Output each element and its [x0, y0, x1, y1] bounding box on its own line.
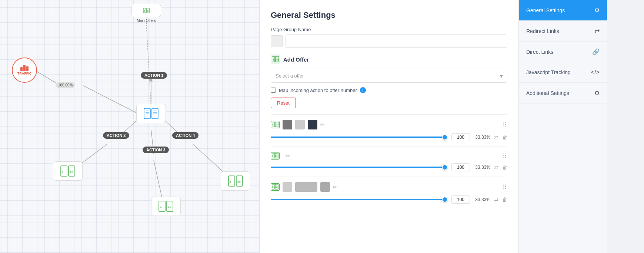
select-offer-dropdown[interactable]: Select a offer: [271, 69, 507, 83]
offer-2-drag[interactable]: ⠿: [503, 152, 507, 160]
svg-text:$: $: [272, 186, 273, 188]
offer-3-icon: $ $$: [271, 183, 280, 191]
code-icon: </>: [591, 69, 600, 76]
offer-1-edit[interactable]: ✏: [320, 122, 325, 128]
sidebar-item-direct-links[interactable]: Direct Links 🔗: [519, 42, 607, 62]
panel-title: General Settings: [271, 10, 507, 20]
map-incoming-label: Map incoming action to offer number: [279, 88, 357, 93]
add-offer-icon: $ $$: [271, 55, 280, 64]
svg-rect-14: [144, 108, 150, 119]
sidebar-item-general-settings[interactable]: General Settings ⚙: [519, 0, 607, 21]
offer-1-slider[interactable]: [271, 137, 448, 138]
svg-line-1: [83, 86, 141, 115]
offer-1-drag[interactable]: ⠿: [503, 121, 507, 128]
offer-1-delete[interactable]: 🗑: [502, 134, 507, 140]
traffic-node[interactable]: TRAFFIC: [12, 58, 37, 83]
svg-text:$$: $$: [276, 124, 278, 126]
offer-1-percent: 33.33%: [474, 135, 490, 140]
svg-text:$: $: [230, 180, 231, 183]
sidebar-additional-settings-label: Additional Settings: [526, 90, 569, 96]
offer-1-color-1: [283, 120, 292, 129]
sidebar-item-redirect-links[interactable]: Redirect Links ⇄: [519, 21, 607, 42]
offer-3-edit[interactable]: ✏: [333, 184, 337, 190]
page-group-node[interactable]: [136, 104, 166, 123]
add-offer-title: Add Offer: [283, 56, 309, 63]
offer-1-color-3: [308, 120, 317, 129]
sidebar-direct-links-label: Direct Links: [526, 49, 553, 55]
offer-2-slider[interactable]: [271, 167, 448, 168]
action3-badge: ACTION 3: [143, 147, 169, 153]
action3-node[interactable]: ACTION 3: [143, 147, 169, 153]
offer-3-delete[interactable]: 🗑: [502, 197, 507, 203]
offer-1-value: 100: [451, 133, 470, 141]
svg-text:$$: $$: [237, 180, 241, 183]
offer-row-2: $ $$ ✏ ⠿ 100 33.33% ⇄ 🗑: [271, 147, 507, 177]
action4-node[interactable]: ACTION 4: [172, 132, 198, 139]
offer-node-right[interactable]: $ $$: [221, 171, 250, 191]
offer-3-value: 100: [451, 196, 470, 204]
offer-2-edit[interactable]: ✏: [286, 153, 290, 159]
offer-3-color-bar: [295, 182, 317, 192]
svg-text:$: $: [144, 9, 146, 12]
svg-text:$: $: [273, 58, 274, 61]
offer-2-value: 100: [451, 163, 470, 171]
redirect-icon: ⇄: [595, 27, 600, 34]
offer-2-percent: 33.33%: [474, 165, 490, 170]
percent-badge: 100.00%: [56, 82, 75, 88]
offer-3-drag[interactable]: ⠿: [503, 184, 507, 191]
offer-node-left[interactable]: $ $$ ...: [53, 161, 83, 185]
map-incoming-info[interactable]: i: [360, 87, 366, 93]
action1-node[interactable]: ACTION 1: [141, 72, 167, 79]
map-incoming-checkbox[interactable]: [271, 88, 276, 93]
settings-panel: General Settings Page Group Name $ $$ Ad…: [259, 0, 518, 253]
offer-3-color-2: [320, 182, 330, 192]
action2-badge: ACTION 2: [103, 132, 129, 139]
right-sidebar: General Settings ⚙ Redirect Links ⇄ Dire…: [518, 0, 607, 253]
reset-button[interactable]: Reset: [271, 98, 296, 108]
svg-rect-15: [152, 108, 158, 119]
offer-3-percent: 33.33%: [474, 197, 490, 202]
offer-row-1: $ $$ ✏ ⠿ 100 33.33% ⇄ 🗑: [271, 114, 507, 147]
offer-2-redirect[interactable]: ⇄: [494, 164, 498, 170]
offer-3-slider[interactable]: [271, 199, 448, 200]
svg-line-7: [154, 160, 163, 202]
svg-text:$: $: [272, 155, 273, 157]
svg-text:$$: $$: [70, 170, 73, 173]
page-group-name-input[interactable]: [286, 34, 507, 48]
svg-line-9: [146, 22, 151, 108]
offer-1-icon: $ $$: [271, 121, 280, 128]
offer-node-bottom[interactable]: $ $$ ...: [151, 197, 181, 220]
svg-text:$$: $$: [276, 155, 278, 157]
svg-text:$: $: [272, 124, 273, 126]
action2-node[interactable]: ACTION 2: [103, 132, 129, 139]
svg-text:$: $: [62, 170, 64, 173]
offer-node-bottom-dots: ...: [164, 217, 167, 220]
sidebar-item-javascript-tracking[interactable]: Javascript Tracking </>: [519, 62, 607, 83]
svg-line-8: [193, 144, 225, 174]
flow-canvas: TRAFFIC 100.00% $$$ Main Offers: [0, 0, 259, 253]
add-offer-section: $ $$ Add Offer: [271, 55, 507, 64]
svg-text:$$: $$: [168, 205, 171, 208]
offer-2-delete[interactable]: 🗑: [502, 164, 507, 170]
traffic-label: TRAFFIC: [17, 72, 32, 75]
action1-badge: ACTION 1: [141, 72, 167, 79]
main-offers-node[interactable]: $$$ Main Offers: [131, 4, 161, 23]
link-icon: 🔗: [592, 48, 600, 55]
action4-badge: ACTION 4: [172, 132, 198, 139]
connector-lines: [0, 0, 259, 253]
offer-3-redirect[interactable]: ⇄: [494, 197, 498, 203]
svg-text:$: $: [160, 205, 162, 208]
svg-text:$$: $$: [276, 186, 278, 188]
offer-1-color-2: [295, 120, 305, 129]
svg-text:$$: $$: [276, 58, 279, 61]
main-offers-label: Main Offers: [137, 19, 156, 23]
offer-2-icon: $ $$: [271, 152, 280, 160]
page-group-name-label: Page Group Name: [271, 27, 507, 32]
svg-text:$$: $$: [147, 9, 150, 12]
offer-node-dots: ...: [66, 181, 69, 185]
sidebar-item-additional-settings[interactable]: Additional Settings ⚙: [519, 83, 607, 104]
offer-row-3: $ $$ ✏ ⠿ 100 33.33% ⇄ 🗑: [271, 177, 507, 209]
sidebar-general-settings-label: General Settings: [526, 7, 565, 13]
offer-1-redirect[interactable]: ⇄: [494, 134, 498, 140]
sidebar-redirect-links-label: Redirect Links: [526, 28, 559, 34]
